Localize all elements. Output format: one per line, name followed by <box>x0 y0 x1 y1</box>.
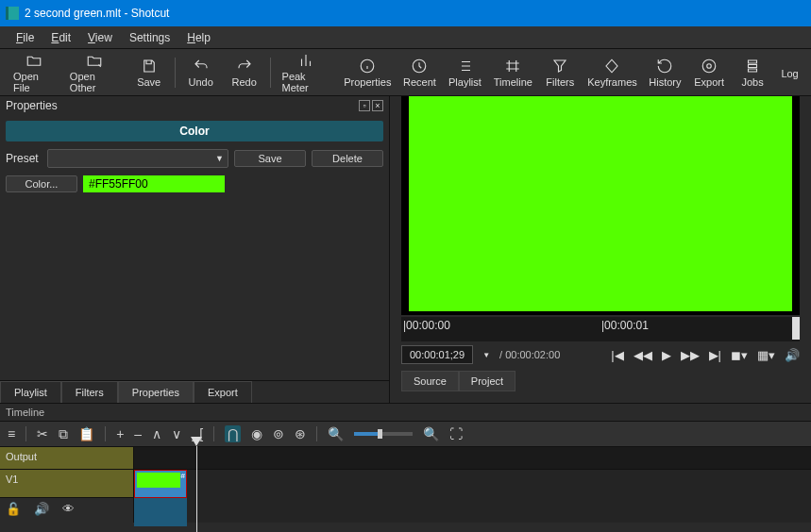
timecode-current[interactable]: 00:00:01;29 <box>401 345 473 364</box>
redo-button[interactable]: Redo <box>223 56 266 90</box>
preview-panel: |00:00:00 |00:00:01 00:00:01;29 ▼ / 00:0… <box>390 96 811 403</box>
chevron-down-icon: ▼ <box>215 154 224 163</box>
rewind-icon[interactable]: ◀◀ <box>634 348 652 362</box>
color-value: #FF55FF00 <box>83 175 225 192</box>
skip-prev-icon[interactable]: |◀ <box>611 348 623 362</box>
menu-view[interactable]: View <box>79 31 121 44</box>
lift-icon[interactable]: ∧ <box>152 426 161 441</box>
filters-button[interactable]: Filters <box>538 56 582 90</box>
menu-edit[interactable]: Edit <box>42 31 79 44</box>
zoom-in-icon[interactable]: 🔍 <box>423 426 439 441</box>
jobs-button[interactable]: Jobs <box>731 56 774 90</box>
menu-bar: File Edit View Settings Help <box>0 26 811 49</box>
playlist-button[interactable]: Playlist <box>442 56 487 90</box>
title-bar: 2 second green.mlt - Shotcut <box>0 0 811 26</box>
output-track-header[interactable]: Output <box>0 447 133 470</box>
panel-close-icon[interactable]: × <box>372 100 383 111</box>
hide-icon[interactable]: 👁 <box>62 502 75 519</box>
tab-source[interactable]: Source <box>401 371 459 391</box>
volume-icon[interactable]: 🔊 <box>785 348 800 362</box>
timeline-title: Timeline <box>0 404 811 421</box>
clip-handle-icon: # <box>181 472 185 480</box>
remove-icon[interactable]: – <box>134 426 142 441</box>
properties-panel: Properties ▫ × Color Preset ▼ Save Delet… <box>0 96 390 403</box>
playhead-marker[interactable] <box>792 317 800 340</box>
zoom-fit-icon[interactable]: ◼▾ <box>731 348 748 362</box>
log-button[interactable]: Log <box>774 64 805 81</box>
timeline-button[interactable]: Timeline <box>487 56 538 90</box>
svg-point-2 <box>702 59 716 73</box>
clip-thumbnail <box>137 473 180 488</box>
append-icon[interactable]: + <box>116 426 124 441</box>
ripple-all-icon[interactable]: ⊛ <box>295 426 306 441</box>
preset-save-button[interactable]: Save <box>234 150 306 167</box>
peak-meter-button[interactable]: Peak Meter <box>275 50 339 95</box>
app-icon <box>6 7 19 20</box>
preset-delete-button[interactable]: Delete <box>312 150 383 167</box>
menu-file[interactable]: File <box>8 31 42 44</box>
main-toolbar: Open File Open Other Save Undo Redo Peak… <box>0 49 811 96</box>
tab-filters[interactable]: Filters <box>61 381 118 403</box>
menu-settings[interactable]: Settings <box>121 31 178 44</box>
track-headers: Output V1 🔓 🔊 👁 <box>0 447 134 523</box>
keyframes-button[interactable]: Keyframes <box>582 56 642 90</box>
mute-icon[interactable]: 🔊 <box>34 502 49 519</box>
copy-icon[interactable]: ⧉ <box>59 426 68 442</box>
color-picker-button[interactable]: Color... <box>6 175 77 192</box>
video-frame <box>409 96 792 311</box>
preset-label: Preset <box>6 152 42 165</box>
save-button[interactable]: Save <box>127 56 171 90</box>
timeline-panel: Timeline ≡ ✂ ⧉ 📋 + – ∧ ∨ ⎯[ ⋂ ◉ ⊚ ⊛ 🔍 🔍 … <box>0 403 811 523</box>
window-title: 2 second green.mlt - Shotcut <box>25 7 169 20</box>
color-header: Color <box>6 121 383 141</box>
panel-float-icon[interactable]: ▫ <box>359 100 370 111</box>
overwrite-icon[interactable]: ∨ <box>172 426 181 441</box>
grid-icon[interactable]: ▦▾ <box>757 348 775 362</box>
play-icon[interactable]: ▶ <box>662 348 671 362</box>
tab-playlist[interactable]: Playlist <box>0 381 61 403</box>
timecode-duration: / 00:00:02:00 <box>499 349 560 360</box>
menu-icon[interactable]: ≡ <box>8 426 15 441</box>
timeline-playhead[interactable] <box>191 437 202 532</box>
preset-combo[interactable]: ▼ <box>47 149 228 168</box>
menu-help[interactable]: Help <box>178 31 219 44</box>
timeline-toolbar: ≡ ✂ ⧉ 📋 + – ∧ ∨ ⎯[ ⋂ ◉ ⊚ ⊛ 🔍 🔍 ⛶ <box>0 421 811 447</box>
svg-point-3 <box>707 63 712 68</box>
ruler-tick: |00:00:01 <box>601 319 649 332</box>
v1-track-header[interactable]: V1 <box>0 470 133 498</box>
recent-button[interactable]: Recent <box>397 56 442 90</box>
cut-icon[interactable]: ✂ <box>37 426 48 441</box>
video-preview[interactable] <box>401 96 800 315</box>
panel-title: Properties <box>6 99 58 112</box>
forward-icon[interactable]: ▶▶ <box>681 348 700 362</box>
lock-icon[interactable]: 🔓 <box>6 502 21 519</box>
video-clip[interactable]: # <box>134 470 187 498</box>
snap-icon[interactable]: ⋂ <box>225 425 241 442</box>
tab-export[interactable]: Export <box>194 381 252 403</box>
tab-properties[interactable]: Properties <box>118 381 194 403</box>
properties-button[interactable]: Properties <box>338 56 397 90</box>
track-area[interactable]: # <box>134 447 811 523</box>
undo-button[interactable]: Undo <box>179 56 223 90</box>
tab-project[interactable]: Project <box>459 371 515 391</box>
zoom-fit-timeline-icon[interactable]: ⛶ <box>449 426 463 441</box>
scrub-icon[interactable]: ◉ <box>251 426 262 441</box>
ruler-tick: |00:00:00 <box>403 319 450 332</box>
ripple-icon[interactable]: ⊚ <box>273 426 284 441</box>
history-button[interactable]: History <box>643 56 687 90</box>
skip-next-icon[interactable]: ▶| <box>709 348 721 362</box>
time-ruler[interactable]: |00:00:00 |00:00:01 <box>401 317 800 341</box>
dropdown-icon[interactable]: ▼ <box>482 351 490 359</box>
zoom-out-icon[interactable]: 🔍 <box>328 426 344 441</box>
paste-icon[interactable]: 📋 <box>78 426 94 441</box>
export-button[interactable]: Export <box>687 56 731 90</box>
open-file-button[interactable]: Open File <box>6 50 62 95</box>
open-other-button[interactable]: Open Other <box>62 50 127 95</box>
zoom-slider[interactable] <box>354 432 413 436</box>
